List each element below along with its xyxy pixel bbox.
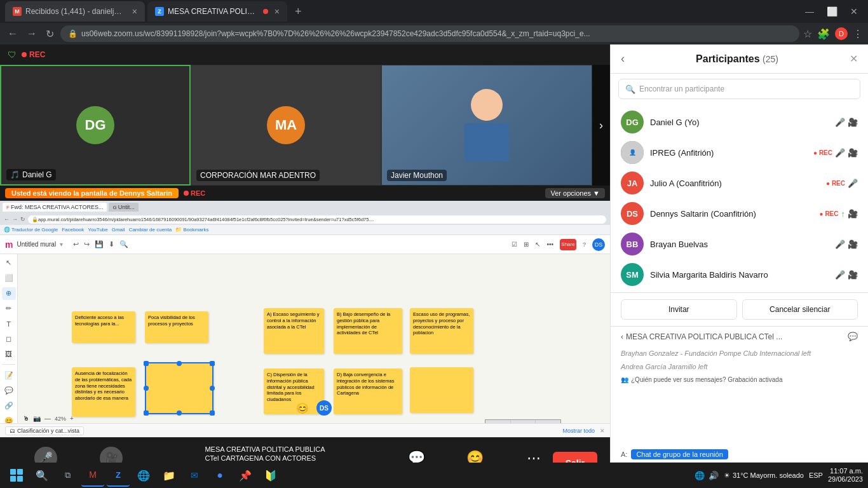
tab-gmail[interactable]: M Recibidos (1,441) - danieljosegu... × — [5, 1, 145, 22]
badges-silvia: 🎤 🎥 — [835, 270, 858, 280]
taskbar-edge-icon[interactable]: 🌐 — [132, 464, 155, 487]
mute-icon-ipreg: 🎤 — [835, 148, 845, 158]
menu-icon[interactable]: ⋮ — [853, 28, 863, 40]
screen-share-icon-dennys: ↑ — [841, 209, 846, 219]
tool-comment[interactable]: 💬 — [2, 384, 16, 396]
clock-widget[interactable]: 11:07 a.m. 29/06/2023 — [828, 467, 863, 484]
taskbar-gmail-icon[interactable]: M — [81, 464, 104, 487]
taskbar-pin1-icon[interactable]: 📌 — [234, 464, 257, 487]
date-display: 29/06/2023 — [828, 475, 863, 484]
camera-icon-silvia: 🎥 — [848, 270, 858, 280]
mural-checkbox-icon[interactable]: ☑ — [512, 241, 517, 248]
address-bar[interactable]: 🔒 us06web.zoom.us/wc/83991198928/join?wp… — [60, 25, 799, 42]
mic-icon-daniel: 🎵 — [10, 170, 20, 179]
mute-all-btn[interactable]: Cancelar silenciar — [742, 299, 858, 320]
taskbar-chrome-icon[interactable]: ● — [208, 464, 231, 487]
start-btn[interactable] — [5, 464, 28, 487]
tool-cursor[interactable]: ↖ — [2, 257, 16, 269]
sticky-d[interactable]: D) Baja convergencia e integración de lo… — [334, 369, 402, 414]
name-daniel-g: Daniel G (Yo) — [650, 118, 829, 127]
mute-icon-silvia: 🎤 — [835, 270, 845, 280]
tool-sticky[interactable]: 📝 — [2, 369, 16, 381]
notif-close-btn[interactable]: ✕ — [600, 428, 605, 434]
share-btn[interactable]: Share — [560, 239, 576, 250]
network-icon[interactable]: 🌐 — [695, 471, 705, 480]
mural-cursor-icon[interactable]: ↖ — [535, 241, 540, 248]
main-layout: 🛡 REC DG 🎵 Daniel G — [0, 44, 868, 488]
tab-zoom[interactable]: Z MESA CREATIVA POLITICA P... × — [147, 1, 287, 22]
volume-icon[interactable]: 🔊 — [709, 471, 719, 480]
save-icon[interactable]: 💾 — [93, 239, 105, 250]
download-icon[interactable]: ⬇ — [107, 239, 116, 250]
taskbar-search-btn[interactable]: 🔍 — [31, 464, 53, 487]
sticky-b[interactable]: B) Bajo desempeño de la gestión pública … — [334, 308, 402, 354]
mural-more-icon[interactable]: ••• — [546, 241, 553, 248]
back-btn[interactable]: ← — [5, 28, 20, 39]
redo-btn[interactable]: ↪ — [83, 239, 91, 250]
inner-emoji-btn[interactable]: 🖱 — [23, 415, 29, 422]
extensions-icon[interactable]: 🧩 — [817, 28, 830, 40]
search-mural-icon[interactable]: 🔍 — [118, 239, 130, 250]
forward-btn[interactable]: → — [24, 28, 39, 39]
rec-badge-dennys: ● REC — [820, 210, 839, 217]
task-view-btn[interactable]: ⧉ — [56, 464, 79, 487]
taskbar-pin2-icon[interactable]: 🔰 — [259, 464, 282, 487]
zoom-plus[interactable]: + — [70, 415, 74, 422]
sidebar-options-icon[interactable]: ✕ — [850, 53, 858, 65]
mural-canvas[interactable]: Deficiente acceso a las tecnologías para… — [18, 254, 610, 437]
participant-julio: JA Julio A (Coanfitrión) ● REC 🎤 — [611, 168, 868, 198]
invite-btn[interactable]: Invitar — [621, 299, 737, 320]
chat-msg-brayhan: Brayhan Gonzalez - Fundación Pompe Club … — [621, 349, 858, 358]
maximize-btn[interactable]: ⬜ — [822, 6, 843, 17]
language-indicator[interactable]: ESP — [809, 471, 823, 479]
tool-shape[interactable]: ◻ — [2, 333, 16, 346]
notif-tab[interactable]: 🗂 Clasificación y cat...vista — [5, 426, 84, 435]
taskbar-mail-icon[interactable]: ✉ — [183, 464, 206, 487]
undo-btn[interactable]: ↩ — [72, 239, 80, 250]
speaker-tile-javier: Javier Mouthon — [381, 65, 592, 186]
tool-select[interactable]: ⊕ — [2, 287, 16, 300]
sticky-escaso[interactable]: Escaso uso de programas, proyectos y pro… — [410, 308, 473, 354]
taskbar-zoom-icon[interactable]: Z — [107, 464, 130, 487]
search-participant-input[interactable]: 🔍 Encontrar un participante — [618, 79, 860, 99]
minimize-btn[interactable]: — — [800, 6, 819, 17]
sticky-empty-r2[interactable] — [410, 367, 473, 413]
chat-to-dropdown[interactable]: Chat de grupo de la reunión — [631, 449, 728, 459]
tool-text[interactable]: T — [2, 318, 16, 330]
sticky-1[interactable]: Deficiente acceso a las tecnologías para… — [72, 311, 135, 343]
profile-icon[interactable]: D — [835, 27, 848, 40]
taskbar-explorer-icon[interactable]: 📁 — [158, 464, 180, 487]
zoom-sidebar: ‹ Participantes (25) ✕ 🔍 Encontrar un pa… — [610, 44, 868, 488]
speaker-name-corporacion: CORPORACIÓN MAR ADENTRO — [196, 170, 320, 181]
sticky-selected[interactable] — [145, 362, 214, 414]
new-tab-button[interactable]: + — [290, 5, 307, 18]
zoom-level-label: 42% — [55, 416, 66, 422]
inner-cam-btn[interactable]: 📷 — [33, 415, 41, 422]
zoom-minus[interactable]: — — [44, 415, 51, 422]
weather-widget[interactable]: ☀ 31°C Mayorm. soleado — [724, 471, 804, 480]
notif-icon: 🗂 — [10, 428, 15, 434]
tool-link[interactable]: 🔗 — [2, 399, 16, 412]
sticky-ausencia[interactable]: Ausencia de focalización de las problemá… — [72, 367, 135, 417]
tab-zoom-close[interactable]: × — [275, 6, 280, 17]
tool-image[interactable]: 🖼 — [2, 348, 16, 361]
close-btn[interactable]: ✕ — [845, 6, 863, 17]
chat-group-header[interactable]: ‹ MESA CREATIVA POLITICA PUBLICA CTel ..… — [611, 327, 868, 346]
mural-grid-icon[interactable]: ⊞ — [524, 241, 529, 248]
rec-dot — [22, 52, 27, 57]
ver-opciones-btn[interactable]: Ver opciones ▼ — [545, 188, 605, 198]
emoji-face-icon[interactable]: 😊 — [296, 402, 309, 414]
zoom-area: 🛡 REC DG 🎵 Daniel G — [0, 44, 610, 488]
sticky-a[interactable]: A) Escaso seguimiento y control a la inf… — [264, 308, 324, 354]
inner-url-bar: 🔒 app.mural.co/t/pidarehuarro3546/m/pida… — [28, 215, 606, 224]
notif-show-all[interactable]: Mostrar todo — [562, 428, 595, 434]
bookmark-star-icon[interactable]: ☆ — [803, 28, 812, 40]
next-slide-btn[interactable]: › — [592, 65, 610, 186]
tool-pen[interactable]: ✏ — [2, 302, 16, 315]
sticky-2[interactable]: Poca visibilidad de los procesos y proye… — [145, 311, 208, 343]
tab-gmail-close[interactable]: × — [132, 6, 137, 17]
reload-btn[interactable]: ↻ — [43, 28, 57, 40]
tool-frame[interactable]: ⬜ — [2, 272, 16, 285]
sidebar-collapse-icon[interactable]: ‹ — [621, 52, 625, 65]
mural-board-name: Untitled mural — [17, 241, 56, 248]
